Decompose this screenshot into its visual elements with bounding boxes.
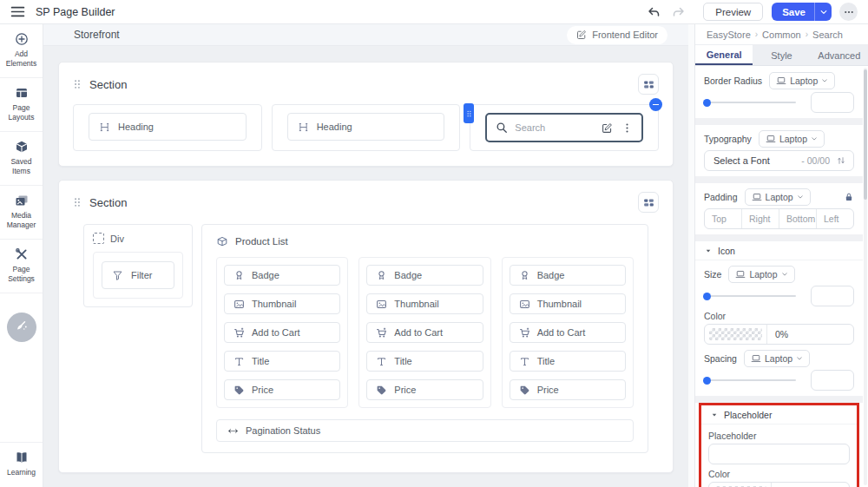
element-heading[interactable]: Heading [89,113,247,141]
tab-style[interactable]: Style [753,45,810,65]
breadcrumb-search[interactable]: Search [812,30,843,40]
border-radius-slider[interactable] [704,102,796,103]
laptop-icon [776,76,786,86]
div-icon [93,233,104,244]
color-swatch[interactable] [709,483,772,487]
group-padding: Padding Laptop Top Right Bottom Left [695,183,863,234]
hamburger-menu-icon[interactable] [10,4,25,19]
sort-arrows-icon[interactable] [836,155,846,166]
tab-advanced[interactable]: Advanced [811,45,868,65]
sidebar-item-add-elements[interactable]: Add Elements [0,24,43,78]
element-heading[interactable]: Heading [287,113,445,141]
redo-icon[interactable] [672,5,686,19]
panel-scrollbar-thumb[interactable] [864,69,867,200]
device-select-border-radius[interactable]: Laptop [769,72,835,89]
element-price[interactable]: Price [510,379,626,400]
element-filter[interactable]: Filter [102,261,174,289]
section-1: Section Heading Heading [58,62,674,167]
font-select[interactable]: Select a Font - 00/00 [704,150,854,171]
icon-size-slider[interactable] [704,295,796,297]
icon-spacing-slider[interactable] [704,379,796,381]
drag-handle-icon[interactable] [73,196,82,208]
chevron-down-icon [797,194,804,201]
element-thumbnail[interactable]: Thumbnail [366,293,483,314]
color-opacity-input[interactable]: 0% [772,483,849,487]
placeholder-color-label: Color [708,469,850,480]
device-select-typography[interactable]: Laptop [759,130,825,148]
sidebar-item-page-layouts[interactable]: Page Layouts [0,78,43,132]
column-layout-button[interactable] [638,192,659,213]
icon-spacing-input[interactable] [811,370,854,391]
element-price[interactable]: Price [224,379,340,400]
avatar[interactable] [7,313,36,342]
device-select-icon-spacing[interactable]: Laptop [744,350,810,367]
layout-icon [2,86,41,100]
padding-bottom-input[interactable]: Bottom [779,209,817,228]
frontend-editor-button[interactable]: Frontend Editor [567,26,667,44]
element-add-to-cart[interactable]: Add to Cart [366,322,483,343]
undo-icon[interactable] [647,5,661,19]
padding-right-input[interactable]: Right [742,209,779,228]
breadcrumb-common[interactable]: Common [762,30,801,40]
element-badge[interactable]: Badge [224,265,340,286]
remove-column-button[interactable] [649,98,662,111]
drag-handle-icon[interactable] [73,78,82,90]
element-title[interactable]: Title [224,351,340,372]
element-badge[interactable]: Badge [366,265,483,286]
placeholder-text-input[interactable] [708,444,850,464]
element-product-list[interactable]: Product List [216,234,634,257]
border-radius-input[interactable] [811,92,854,113]
kebab-menu-icon[interactable] [621,122,633,134]
element-price[interactable]: Price [366,379,483,400]
image-icon [233,299,245,310]
placeholder-group-header[interactable]: Placeholder [701,405,857,424]
sidebar-item-learning[interactable]: Learning [0,442,43,487]
breadcrumb-easystore[interactable]: EasyStore [707,30,751,40]
element-thumbnail[interactable]: Thumbnail [224,293,340,314]
sidebar-item-saved-items[interactable]: Saved Items [0,132,43,186]
preview-button[interactable]: Preview [703,3,763,21]
device-select-padding[interactable]: Laptop [745,188,811,206]
tools-icon [2,247,41,261]
element-title[interactable]: Title [366,351,483,372]
column-drag-handle[interactable] [464,103,474,123]
icon-size-input[interactable] [811,286,854,306]
element-thumbnail[interactable]: Thumbnail [510,293,626,314]
tab-general[interactable]: General [695,45,753,65]
element-badge[interactable]: Badge [510,265,626,286]
lock-icon[interactable] [844,192,854,202]
app-title: SP Page Builder [36,6,115,18]
element-title[interactable]: Title [510,351,626,372]
element-label: Price [394,385,416,395]
element-add-to-cart[interactable]: Add to Cart [510,322,626,343]
device-select-icon-size[interactable]: Laptop [728,266,794,283]
placeholder-group-title: Placeholder [724,410,772,420]
breadcrumb: EasyStore › Common › Search [695,24,868,45]
sidebar-item-label: Saved Items [2,157,41,176]
more-options-button[interactable] [839,3,858,21]
icon-group-header[interactable]: Icon [695,241,863,260]
text-icon [233,356,245,367]
padding-left-input[interactable]: Left [817,209,853,228]
element-add-to-cart[interactable]: Add to Cart [224,322,340,343]
color-swatch[interactable] [705,325,767,344]
save-dropdown-button[interactable] [814,3,832,21]
sidebar-item-media-manager[interactable]: Media Manager [0,186,43,240]
edit-icon[interactable] [602,122,613,134]
column-layout-button[interactable] [638,74,659,95]
chevron-down-icon [796,355,803,362]
element-div[interactable]: Div [93,233,183,244]
element-pagination-status[interactable]: Pagination Status [216,419,634,442]
sidebar-item-page-settings[interactable]: Page Settings [0,240,43,293]
element-search-selected[interactable]: Search [485,113,643,142]
color-opacity-input[interactable]: 0% [767,325,853,344]
slider-knob[interactable] [703,99,711,107]
element-label: Add to Cart [394,327,443,338]
canvas-scrollbar-gutter[interactable] [688,24,694,487]
padding-top-input[interactable]: Top [705,209,742,228]
slider-knob[interactable] [703,377,711,385]
element-label: Search [515,122,545,133]
save-button[interactable]: Save [772,3,832,21]
slider-knob[interactable] [703,293,711,300]
heading-icon [298,122,309,133]
